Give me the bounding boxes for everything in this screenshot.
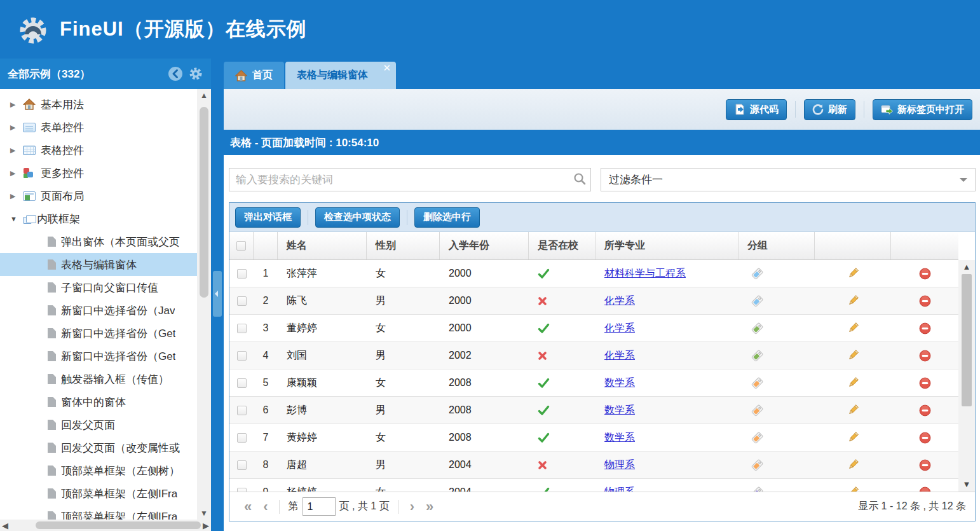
row-checkbox[interactable]: [237, 269, 247, 279]
prev-page-icon[interactable]: ‹: [263, 500, 268, 514]
scroll-right-icon[interactable]: ▶: [201, 521, 211, 530]
header-select-all[interactable]: [229, 232, 254, 259]
major-link[interactable]: 物理系: [604, 486, 635, 492]
edit-pencil-icon[interactable]: [847, 267, 859, 280]
delete-minus-icon[interactable]: [919, 459, 931, 471]
next-page-icon[interactable]: ›: [410, 500, 414, 514]
sidebar-tree-item[interactable]: 回发父页面（改变属性或: [0, 436, 197, 459]
sidebar-tree-item[interactable]: ▶ 基本用法: [0, 93, 197, 116]
sidebar-tree-item[interactable]: 回发父页面: [0, 413, 197, 436]
row-checkbox[interactable]: [237, 324, 247, 333]
row-checkbox[interactable]: [237, 406, 247, 415]
collapse-back-icon[interactable]: [168, 66, 183, 81]
delete-minus-icon[interactable]: [919, 295, 931, 307]
edit-pencil-icon[interactable]: [847, 431, 859, 444]
major-link[interactable]: 材料科学与工程系: [604, 267, 686, 280]
major-link[interactable]: 化学系: [604, 349, 635, 362]
delete-minus-icon[interactable]: [919, 350, 931, 362]
expand-arrow-icon[interactable]: ▶: [10, 100, 19, 109]
edit-pencil-icon[interactable]: [847, 294, 859, 307]
expand-arrow-icon[interactable]: ▶: [10, 192, 19, 200]
sidebar-tree-item[interactable]: ▼ 内联框架: [0, 207, 197, 230]
delete-selected-button[interactable]: 删除选中行: [414, 207, 480, 228]
search-icon[interactable]: [569, 172, 590, 188]
delete-minus-icon[interactable]: [919, 486, 931, 492]
major-link[interactable]: 化学系: [604, 294, 635, 308]
row-checkbox[interactable]: [237, 433, 247, 443]
row-checkbox[interactable]: [237, 460, 247, 470]
filter-dropdown[interactable]: 过滤条件一: [601, 168, 976, 191]
sidebar-splitter[interactable]: [211, 59, 224, 531]
splitter-collapse-handle[interactable]: [213, 271, 222, 317]
open-new-tab-button[interactable]: 新标签页中打开: [873, 99, 972, 120]
edit-pencil-icon[interactable]: [847, 486, 859, 492]
tag-icon[interactable]: [751, 486, 763, 492]
sidebar-tree-item[interactable]: 触发器输入框（传值）: [0, 368, 197, 390]
sidebar-tree-item[interactable]: 新窗口中选择省份（Get: [0, 345, 197, 368]
scroll-left-icon[interactable]: ◀: [0, 521, 10, 530]
sidebar-tree-item[interactable]: 新窗口中选择省份（Get: [0, 322, 197, 345]
tab-active[interactable]: 表格与编辑窗体 ✕: [285, 62, 396, 89]
sidebar-tree-item[interactable]: 窗体中的窗体: [0, 390, 197, 413]
row-checkbox[interactable]: [237, 296, 247, 306]
sidebar-tree-item[interactable]: ▶ 更多控件: [0, 162, 197, 184]
tag-icon[interactable]: [751, 268, 763, 280]
row-checkbox[interactable]: [237, 351, 247, 361]
tag-icon[interactable]: [751, 404, 763, 417]
last-page-icon[interactable]: »: [426, 500, 433, 514]
sidebar-tree-item[interactable]: ▶ 表单控件: [0, 116, 197, 139]
edit-pencil-icon[interactable]: [847, 404, 859, 417]
tag-icon[interactable]: [751, 377, 763, 389]
edit-pencil-icon[interactable]: [847, 349, 859, 362]
tag-icon[interactable]: [751, 459, 763, 471]
expand-arrow-icon[interactable]: ▶: [10, 169, 19, 177]
major-link[interactable]: 物理系: [604, 459, 635, 472]
delete-minus-icon[interactable]: [919, 377, 931, 389]
refresh-button[interactable]: 刷新: [804, 99, 855, 120]
scrollbar-thumb[interactable]: [962, 274, 972, 406]
tag-icon[interactable]: [751, 322, 763, 334]
sidebar-tree-item[interactable]: 子窗口向父窗口传值: [0, 276, 197, 299]
scrollbar-thumb[interactable]: [200, 107, 208, 298]
open-dialog-button[interactable]: 弹出对话框: [235, 207, 301, 228]
major-link[interactable]: 化学系: [604, 322, 635, 335]
search-input[interactable]: [229, 169, 569, 191]
sidebar-tree-item[interactable]: 表格与编辑窗体: [0, 253, 197, 276]
scroll-up-icon[interactable]: ▲: [958, 260, 975, 274]
sidebar-tree-item[interactable]: 顶部菜单框架（左侧树）: [0, 459, 197, 482]
delete-minus-icon[interactable]: [919, 404, 931, 417]
page-number-input[interactable]: [303, 497, 336, 516]
tab-home[interactable]: 首页: [224, 62, 284, 89]
expand-arrow-icon[interactable]: ▼: [10, 215, 19, 223]
grid-vertical-scrollbar[interactable]: ▲ ▼: [958, 260, 975, 492]
sidebar-vertical-scrollbar[interactable]: ▲ ▼: [197, 89, 211, 520]
delete-minus-icon[interactable]: [919, 322, 931, 334]
delete-minus-icon[interactable]: [919, 432, 931, 444]
tag-icon[interactable]: [751, 350, 763, 362]
sidebar-tree-item[interactable]: ▶ 表格控件: [0, 139, 197, 162]
major-link[interactable]: 数学系: [604, 431, 635, 445]
tag-icon[interactable]: [751, 295, 763, 307]
expand-arrow-icon[interactable]: ▶: [10, 123, 19, 132]
settings-gear-icon[interactable]: [188, 66, 203, 81]
select-all-checkbox[interactable]: [236, 241, 246, 251]
tag-icon[interactable]: [751, 432, 763, 444]
sidebar-horizontal-scrollbar[interactable]: ◀ ▶: [0, 520, 211, 531]
major-link[interactable]: 数学系: [604, 404, 635, 417]
scrollbar-thumb[interactable]: [36, 521, 201, 529]
scroll-down-icon[interactable]: ▼: [958, 478, 975, 492]
sidebar-tree-item[interactable]: 新窗口中选择省份（Jav: [0, 299, 197, 322]
edit-pencil-icon[interactable]: [847, 322, 859, 334]
scroll-up-icon[interactable]: ▲: [197, 89, 211, 102]
edit-pencil-icon[interactable]: [847, 459, 859, 471]
major-link[interactable]: 数学系: [604, 376, 635, 390]
tab-close-icon[interactable]: ✕: [383, 63, 391, 72]
source-code-button[interactable]: 源代码: [726, 99, 787, 120]
row-checkbox[interactable]: [237, 378, 247, 388]
delete-minus-icon[interactable]: [919, 268, 931, 280]
check-selected-button[interactable]: 检查选中项状态: [315, 207, 400, 228]
sidebar-tree-item[interactable]: ▶ 页面布局: [0, 184, 197, 207]
expand-arrow-icon[interactable]: ▶: [10, 146, 19, 155]
scroll-down-icon[interactable]: ▼: [197, 507, 211, 520]
first-page-icon[interactable]: «: [244, 500, 252, 514]
